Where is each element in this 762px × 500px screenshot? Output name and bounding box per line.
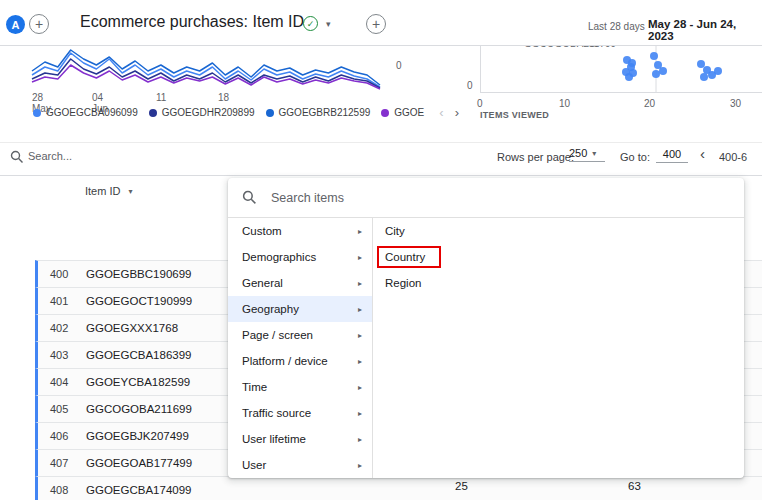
legend-dot-icon <box>149 109 157 117</box>
menu-submenu-list: City Country Region <box>373 218 744 478</box>
table-search-input[interactable] <box>28 146 188 166</box>
line-chart-y-axis-label: 0 <box>396 60 402 71</box>
row-item-id: GGOEYCBA182599 <box>86 376 190 388</box>
menu-category-traffic-source[interactable]: Traffic source ▸ <box>228 400 372 426</box>
legend-item[interactable]: GGOEGBRB212599 <box>266 107 371 118</box>
scatter-y-axis-label: 0 <box>467 80 473 91</box>
add-button-left[interactable]: + <box>29 14 49 34</box>
legend-item[interactable]: GGOEGDHR209899 <box>149 107 255 118</box>
line-chart-x-tick: 11 <box>156 92 166 103</box>
rows-per-page-label: Rows per page: <box>497 151 574 163</box>
menu-category-time[interactable]: Time ▸ <box>228 374 372 400</box>
category-label: Time <box>242 381 267 393</box>
legend-label: GGOEGBRB212599 <box>279 107 371 118</box>
menu-category-user[interactable]: User ▸ <box>228 452 372 478</box>
goto-label: Go to: <box>620 151 650 163</box>
menu-category-custom[interactable]: Custom ▸ <box>228 218 372 244</box>
date-range-picker[interactable]: May 28 - Jun 24, 2023 <box>648 18 762 42</box>
row-item-id: GGOEGBBC190699 <box>86 268 191 280</box>
dimension-picker-menu: Custom ▸ Demographics ▸ General ▸ Geogra… <box>228 178 744 478</box>
tick-day: 28 <box>32 92 51 103</box>
goto-page-input[interactable] <box>656 146 688 163</box>
category-label: Custom <box>242 225 282 237</box>
page-title: Ecommerce purchases: Item ID <box>80 13 304 31</box>
date-range-label: Last 28 days <box>588 21 645 32</box>
scatter-x-tick: 0 <box>477 98 483 109</box>
search-icon <box>242 190 257 205</box>
row-index: 403 <box>50 349 86 361</box>
scatter-chart <box>481 46 762 93</box>
saved-check-icon[interactable]: ✓ <box>303 16 318 31</box>
legend-dot-icon <box>33 109 41 117</box>
menu-category-list: Custom ▸ Demographics ▸ General ▸ Geogra… <box>228 218 373 478</box>
column-header-label: Item ID <box>85 185 120 197</box>
row-item-id: GGOEGCBA186399 <box>86 349 191 361</box>
legend-prev-icon[interactable]: ‹ <box>439 106 443 119</box>
category-label: Geography <box>242 303 299 315</box>
row-index: 405 <box>50 403 86 415</box>
legend-dot-icon <box>266 109 274 117</box>
pagination-prev-icon[interactable]: ‹ <box>700 145 705 162</box>
menu-search-input[interactable] <box>271 191 491 205</box>
add-comparison-button[interactable]: + <box>366 14 386 34</box>
legend-next-icon[interactable]: › <box>455 106 459 119</box>
arrow-right-icon: ▸ <box>358 253 362 262</box>
legend-label: GGOEGCBA096099 <box>46 107 138 118</box>
row-index: 407 <box>50 457 86 469</box>
arrow-right-icon: ▸ <box>358 279 362 288</box>
legend-item[interactable]: GGOEGCBA096099 <box>33 107 138 118</box>
chevron-down-icon[interactable]: ▾ <box>326 19 331 29</box>
category-label: Demographics <box>242 251 316 263</box>
arrow-right-icon: ▸ <box>358 357 362 366</box>
analytics-logo[interactable]: A <box>6 15 25 34</box>
row-item-id: GGOEGOAB177499 <box>86 457 192 469</box>
arrow-right-icon: ▸ <box>358 435 362 444</box>
table-cell-value: 63 <box>628 480 641 492</box>
category-label: Platform / device <box>242 355 328 367</box>
row-item-id: GGOEGBJK207499 <box>86 430 189 442</box>
row-index: 406 <box>50 430 86 442</box>
legend-label: GGOEGDHR209899 <box>162 107 255 118</box>
submenu-label: Country <box>385 251 425 263</box>
menu-category-platform-device[interactable]: Platform / device ▸ <box>228 348 372 374</box>
ga4-report-screen: A + Ecommerce purchases: Item ID ✓ ▾ + L… <box>0 0 762 500</box>
row-item-id: GGCOGOBA211699 <box>86 403 192 415</box>
rows-per-page-value: 250 <box>569 147 587 159</box>
menu-category-demographics[interactable]: Demographics ▸ <box>228 244 372 270</box>
submenu-item-country[interactable]: Country <box>373 244 744 270</box>
scatter-x-tick: 20 <box>644 98 655 109</box>
chart-legend: GGOEGCBA096099 GGOEGDHR209899 GGOEGBRB21… <box>33 106 459 119</box>
table-row[interactable]: 408 GGOEGCBA174099 <box>35 476 762 500</box>
tick-day: 18 <box>218 92 229 103</box>
menu-category-user-lifetime[interactable]: User lifetime ▸ <box>228 426 372 452</box>
submenu-item-city[interactable]: City <box>373 218 744 244</box>
menu-category-geography[interactable]: Geography ▸ <box>228 296 372 322</box>
caret-down-icon: ▾ <box>128 187 132 196</box>
pagination-range: 400-6 <box>719 151 762 163</box>
item-id-column-header-dropdown[interactable]: Item ID ▾ <box>85 185 132 197</box>
tick-day: 11 <box>156 92 166 103</box>
arrow-right-icon: ▸ <box>358 227 362 236</box>
submenu-label: City <box>385 225 405 237</box>
scatter-x-tick: 30 <box>730 98 741 109</box>
legend-label: GGOE <box>394 107 424 118</box>
row-item-id: GGOEGCBA174099 <box>86 484 191 496</box>
tick-day: 04 <box>92 92 108 103</box>
row-index: 408 <box>50 484 86 496</box>
row-index: 401 <box>50 295 86 307</box>
legend-item[interactable]: GGOE <box>381 107 424 118</box>
menu-search-bar <box>228 178 744 218</box>
category-label: User <box>242 459 266 471</box>
submenu-item-region[interactable]: Region <box>373 270 744 296</box>
category-label: Traffic source <box>242 407 311 419</box>
row-index: 400 <box>50 268 86 280</box>
category-label: User lifetime <box>242 433 306 445</box>
menu-category-page-screen[interactable]: Page / screen ▸ <box>228 322 372 348</box>
submenu-label: Region <box>385 277 421 289</box>
table-cell-value: 25 <box>455 480 468 492</box>
scatter-x-tick: 10 <box>559 98 570 109</box>
search-icon <box>10 150 24 164</box>
row-item-id: GGOEGXXX1768 <box>86 322 178 334</box>
menu-category-general[interactable]: General ▸ <box>228 270 372 296</box>
rows-per-page-select[interactable]: 250 ▾ <box>569 147 605 162</box>
